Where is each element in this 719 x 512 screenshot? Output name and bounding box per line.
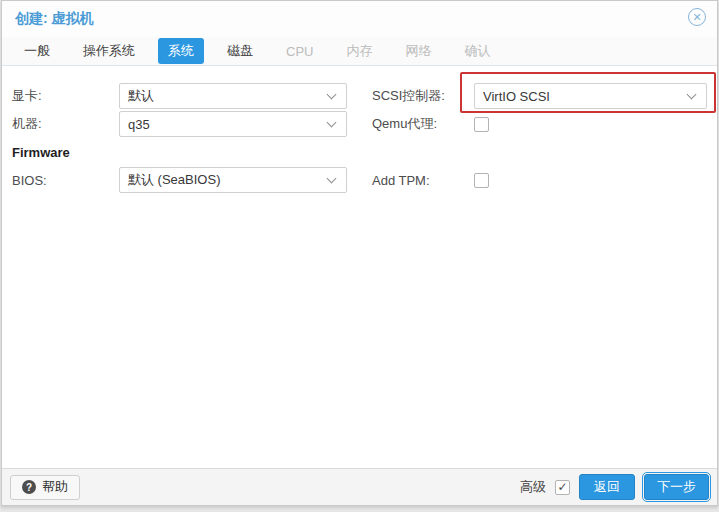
machine-select[interactable]: q35	[119, 111, 347, 137]
footer-actions: 高级 返回 下一步	[520, 474, 709, 500]
create-vm-dialog: 创建: 虚拟机 ✕ 一般 操作系统 系统 磁盘 CPU 内存 网络 确认 显卡:…	[1, 0, 718, 506]
tab-disks[interactable]: 磁盘	[217, 38, 263, 64]
tab-network: 网络	[395, 38, 441, 64]
form-column-left: 显卡: 默认 机器: q35 Firmware BIOS: 默认 (Sea	[12, 82, 357, 194]
bios-value: 默认 (SeaBIOS)	[128, 171, 220, 189]
next-button[interactable]: 下一步	[644, 474, 709, 500]
bios-row: BIOS: 默认 (SeaBIOS)	[12, 166, 357, 194]
tab-os[interactable]: 操作系统	[73, 38, 145, 64]
video-card-value: 默认	[128, 87, 154, 105]
chevron-down-icon	[327, 117, 337, 127]
video-card-label: 显卡:	[12, 87, 119, 105]
chevron-down-icon	[327, 89, 337, 99]
spacer-row	[372, 138, 717, 166]
wizard-tab-bar: 一般 操作系统 系统 磁盘 CPU 内存 网络 确认	[2, 37, 717, 65]
add-tpm-label: Add TPM:	[372, 173, 474, 188]
machine-value: q35	[128, 117, 150, 132]
video-card-select[interactable]: 默认	[119, 83, 347, 109]
machine-row: 机器: q35	[12, 110, 357, 138]
help-button[interactable]: 帮助	[10, 475, 80, 500]
dialog-titlebar: 创建: 虚拟机 ✕	[2, 1, 717, 37]
qemu-agent-row: Qemu代理:	[372, 110, 717, 138]
dialog-title: 创建: 虚拟机	[15, 10, 94, 28]
tab-general[interactable]: 一般	[14, 38, 60, 64]
back-button[interactable]: 返回	[579, 474, 635, 500]
tab-confirm: 确认	[454, 38, 500, 64]
qemu-agent-label: Qemu代理:	[372, 115, 474, 133]
system-tab-panel: 显卡: 默认 机器: q35 Firmware BIOS: 默认 (Sea	[2, 65, 717, 468]
question-circle-icon	[22, 480, 36, 494]
form-column-right: SCSI控制器: VirtIO SCSI Qemu代理: Add TPM:	[372, 82, 717, 194]
chevron-down-icon	[687, 89, 697, 99]
bios-select[interactable]: 默认 (SeaBIOS)	[119, 167, 347, 193]
scsi-controller-select[interactable]: VirtIO SCSI	[474, 83, 707, 109]
scsi-controller-label: SCSI控制器:	[372, 87, 474, 105]
chevron-down-icon	[327, 173, 337, 183]
scsi-controller-row: SCSI控制器: VirtIO SCSI	[372, 82, 717, 110]
firmware-section-row: Firmware	[12, 138, 357, 166]
advanced-checkbox[interactable]	[555, 480, 570, 495]
close-icon[interactable]: ✕	[688, 8, 706, 26]
bios-label: BIOS:	[12, 173, 119, 188]
video-card-row: 显卡: 默认	[12, 82, 357, 110]
tab-system[interactable]: 系统	[158, 38, 204, 64]
help-button-label: 帮助	[42, 478, 68, 496]
tab-cpu: CPU	[276, 40, 323, 63]
machine-label: 机器:	[12, 115, 119, 133]
tab-memory: 内存	[336, 38, 382, 64]
firmware-section-label: Firmware	[12, 145, 70, 160]
advanced-label: 高级	[520, 478, 546, 496]
add-tpm-row: Add TPM:	[372, 166, 717, 194]
qemu-agent-checkbox[interactable]	[474, 117, 489, 132]
dialog-footer: 帮助 高级 返回 下一步	[2, 468, 717, 505]
add-tpm-checkbox[interactable]	[474, 173, 489, 188]
scsi-controller-value: VirtIO SCSI	[483, 89, 550, 104]
